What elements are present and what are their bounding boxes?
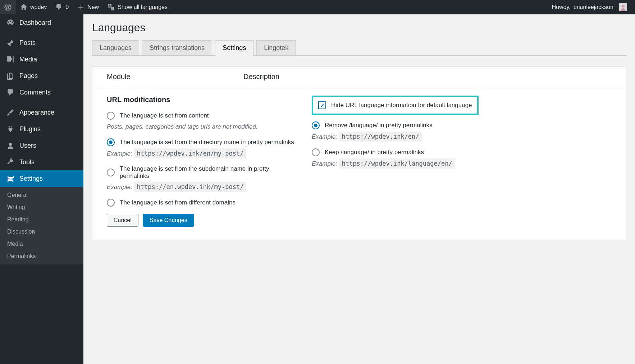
radio-label: Keep /language/ in pretty permalinks [325,149,424,156]
submenu-permalinks[interactable]: Permalinks [0,250,83,262]
dashboard-icon [6,19,14,27]
checkbox-input[interactable] [318,101,326,109]
radio-set-from-directory[interactable]: The language is set from the directory n… [107,138,297,146]
radio-input[interactable] [312,148,320,156]
tab-languages[interactable]: Languages [92,40,139,55]
user-icon [6,142,14,149]
sidebar-item-label: Plugins [19,125,41,133]
admin-toolbar: wpdev 0 New Show all languages Howdy, br… [0,0,635,14]
site-name: wpdev [30,4,47,10]
plug-icon [6,125,14,133]
hide-url-highlight: Hide URL language information for defaul… [312,96,479,115]
wrench-icon [6,158,14,166]
radio-set-from-domains[interactable]: The language is set from different domai… [107,199,297,207]
submenu-general[interactable]: General [0,189,83,201]
settings-panel: Module Description URL modifications The… [92,66,626,240]
example-label: Example: [312,160,337,167]
wp-logo-menu[interactable] [0,0,16,14]
submenu-writing[interactable]: Writing [0,201,83,213]
sidebar-item-label: Posts [19,39,36,47]
tab-settings[interactable]: Settings [215,40,253,56]
new-content-link[interactable]: New [73,0,103,14]
radio-remove-language[interactable]: Remove /language/ in pretty permalinks [312,121,612,129]
submenu-reading[interactable]: Reading [0,213,83,226]
example-code: https://en.wpdev.ink/my-post/ [134,182,247,192]
sidebar-item-label: Pages [19,72,38,80]
settings-table-header: Module Description [92,67,626,87]
new-label: New [87,4,99,10]
radio-keep-language[interactable]: Keep /language/ in pretty permalinks [312,148,612,156]
tab-lingotek[interactable]: Lingotek [256,40,296,55]
sidebar-item-pages[interactable]: Pages [0,68,83,84]
radio-set-from-content[interactable]: The language is set from content [107,112,297,120]
tab-strings-translations[interactable]: Strings translations [142,40,212,55]
tab-bar: Languages Strings translations Settings … [92,40,626,56]
sidebar-item-media[interactable]: Media [0,51,83,68]
sidebar-item-users[interactable]: Users [0,137,83,154]
svg-point-1 [9,143,12,146]
brush-icon [6,109,14,116]
save-changes-button[interactable]: Save Changes [143,214,194,227]
radio-input[interactable] [107,169,115,176]
radio-label: The language is set from the subdomain n… [120,165,297,180]
submenu-media[interactable]: Media [0,238,83,250]
cancel-button[interactable]: Cancel [107,214,138,227]
radio3-example: Example: https://en.wpdev.ink/my-post/ [107,183,297,191]
sidebar-item-label: Dashboard [19,19,51,27]
radio-input[interactable] [107,199,115,207]
sidebar-item-label: Tools [19,158,35,166]
admin-sidebar: Dashboard Posts Media Pages Comments App… [0,14,83,364]
comments-link[interactable]: 0 [51,0,73,14]
sidebar-item-plugins[interactable]: Plugins [0,121,83,137]
keep-example: Example: https://wpdev.ink/language/en/ [312,160,612,167]
languages-toggle[interactable]: Show all languages [103,0,172,14]
languages-label: Show all languages [118,4,168,10]
sidebar-item-label: Settings [19,175,43,183]
home-icon [20,4,27,11]
sidebar-item-posts[interactable]: Posts [0,34,83,51]
sidebar-item-label: Media [19,56,37,63]
example-label: Example: [107,184,132,190]
sidebar-item-tools[interactable]: Tools [0,154,83,170]
radio-input[interactable] [312,121,320,129]
username: brianleejackson [574,4,613,10]
pin-icon [6,39,14,47]
sidebar-item-comments[interactable]: Comments [0,84,83,101]
translate-icon [108,4,115,11]
radio2-example: Example: https://wpdev.ink/en/my-post/ [107,150,297,157]
radio-set-from-subdomain[interactable]: The language is set from the subdomain n… [107,165,297,180]
radio-label: The language is set from the directory n… [120,139,294,146]
sidebar-item-label: Appearance [19,109,54,116]
example-label: Example: [312,133,337,140]
column-module: Module [107,73,243,81]
pages-icon [6,72,14,80]
site-home-link[interactable]: wpdev [16,0,51,14]
svg-point-0 [622,5,625,8]
account-menu[interactable]: Howdy, brianleejackson [548,0,631,14]
sidebar-item-dashboard[interactable]: Dashboard [0,14,83,31]
comment-icon [6,88,14,96]
radio1-help: Posts, pages, categories and tags urls a… [107,123,297,130]
plus-icon [77,4,84,11]
sidebar-item-appearance[interactable]: Appearance [0,104,83,121]
radio-label: The language is set from different domai… [120,199,236,206]
sidebar-item-label: Comments [19,89,51,96]
radio-input[interactable] [107,112,115,120]
media-icon [6,55,14,63]
main-content: Languages Languages Strings translations… [83,14,635,247]
checkbox-label: Hide URL language information for defaul… [331,102,472,109]
wordpress-icon [4,4,12,11]
example-code: https://wpdev.ink/en/ [339,132,422,142]
page-title: Languages [92,22,626,34]
submenu-discussion[interactable]: Discussion [0,226,83,238]
radio-input[interactable] [107,138,115,146]
action-row: Cancel Save Changes [107,214,297,227]
radio-label: Remove /language/ in pretty permalinks [325,122,433,129]
sliders-icon [6,175,14,183]
sidebar-item-settings[interactable]: Settings [0,170,83,187]
example-code: https://wpdev.ink/en/my-post/ [134,148,247,158]
remove-example: Example: https://wpdev.ink/en/ [312,133,612,140]
checkbox-hide-url-lang[interactable]: Hide URL language information for defaul… [318,101,472,109]
module-title: URL modifications [107,96,297,104]
comments-count: 0 [65,4,69,10]
